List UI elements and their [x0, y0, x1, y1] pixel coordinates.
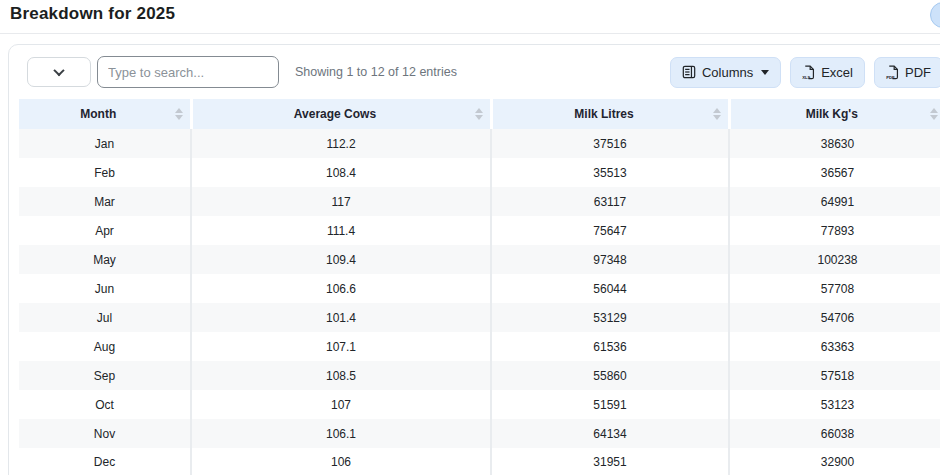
pdf-button-label: PDF — [905, 65, 931, 80]
cell-month: Dec — [19, 448, 191, 475]
cell-milk-litres: 61536 — [491, 332, 729, 361]
table-row: Mar1176311764991 — [19, 187, 940, 216]
table-row: Apr111.47564777893 — [19, 216, 940, 245]
table-row: Aug107.16153663363 — [19, 332, 940, 361]
caret-down-icon — [761, 70, 769, 75]
table-row: Sep108.55586057518 — [19, 361, 940, 390]
pdf-button[interactable]: PDF PDF — [874, 57, 940, 88]
cell-milk-litres: 35513 — [491, 158, 729, 187]
cell-milk-kgs: 100238 — [729, 245, 940, 274]
cell-avg-cows: 106 — [191, 448, 491, 475]
excel-file-icon: XLS — [802, 65, 815, 80]
column-header-label: Milk Kg's — [806, 107, 858, 121]
cell-month: Feb — [19, 158, 191, 187]
cell-avg-cows: 108.4 — [191, 158, 491, 187]
pdf-file-icon: PDF — [886, 65, 899, 80]
cell-milk-kgs: 38630 — [729, 129, 940, 158]
sort-icon — [713, 108, 721, 120]
cell-avg-cows: 107 — [191, 390, 491, 419]
column-header-milk-litres[interactable]: Milk Litres — [491, 99, 729, 129]
table-toolbar: Showing 1 to 12 of 12 entries Columns — [19, 56, 940, 88]
cell-milk-kgs: 57708 — [729, 274, 940, 303]
column-header-average-cows[interactable]: Average Cows — [191, 99, 491, 129]
cell-milk-litres: 53129 — [491, 303, 729, 332]
svg-text:PDF: PDF — [886, 74, 895, 79]
columns-icon — [682, 65, 696, 79]
cell-milk-litres: 75647 — [491, 216, 729, 245]
entries-info: Showing 1 to 12 of 12 entries — [295, 65, 457, 79]
data-table: Month Average Cows Milk Litres Milk Kg's… — [19, 99, 940, 475]
table-row: Dec1063195132900 — [19, 448, 940, 475]
cell-milk-kgs: 63363 — [729, 332, 940, 361]
cell-milk-kgs: 77893 — [729, 216, 940, 245]
cell-month: Mar — [19, 187, 191, 216]
table-row: Jul101.45312954706 — [19, 303, 940, 332]
page-title: Breakdown for 2025 — [10, 4, 930, 24]
column-header-label: Average Cows — [294, 107, 376, 121]
cell-month: Aug — [19, 332, 191, 361]
cell-milk-litres: 37516 — [491, 129, 729, 158]
excel-button-label: Excel — [821, 65, 853, 80]
cell-avg-cows: 106.1 — [191, 419, 491, 448]
sort-icon — [175, 108, 183, 120]
cell-month: Jul — [19, 303, 191, 332]
cell-milk-kgs: 32900 — [729, 448, 940, 475]
cell-avg-cows: 111.4 — [191, 216, 491, 245]
cell-milk-kgs: 57518 — [729, 361, 940, 390]
cell-month: May — [19, 245, 191, 274]
cell-avg-cows: 109.4 — [191, 245, 491, 274]
cell-milk-litres: 63117 — [491, 187, 729, 216]
svg-text:XLS: XLS — [802, 74, 810, 79]
cell-milk-litres: 51591 — [491, 390, 729, 419]
cell-avg-cows: 117 — [191, 187, 491, 216]
table-body: Jan112.23751638630Feb108.43551336567Mar1… — [19, 129, 940, 475]
columns-button-label: Columns — [702, 65, 753, 80]
page-length-select[interactable] — [27, 57, 91, 87]
cell-milk-kgs: 66038 — [729, 419, 940, 448]
column-header-label: Month — [80, 107, 116, 121]
cell-milk-kgs: 54706 — [729, 303, 940, 332]
table-row: Feb108.43551336567 — [19, 158, 940, 187]
search-input[interactable] — [97, 56, 279, 88]
cell-milk-litres: 56044 — [491, 274, 729, 303]
cell-month: Sep — [19, 361, 191, 390]
cell-month: Jun — [19, 274, 191, 303]
cell-milk-litres: 97348 — [491, 245, 729, 274]
cell-avg-cows: 106.6 — [191, 274, 491, 303]
cell-month: Jan — [19, 129, 191, 158]
sort-icon — [930, 108, 938, 120]
cell-milk-kgs: 53123 — [729, 390, 940, 419]
table-row: Oct1075159153123 — [19, 390, 940, 419]
cell-avg-cows: 101.4 — [191, 303, 491, 332]
table-row: Jun106.65604457708 — [19, 274, 940, 303]
table-header-row: Month Average Cows Milk Litres Milk Kg's — [19, 99, 940, 129]
cell-milk-kgs: 36567 — [729, 158, 940, 187]
cell-milk-litres: 64134 — [491, 419, 729, 448]
column-header-label: Milk Litres — [574, 107, 633, 121]
table-card: Showing 1 to 12 of 12 entries Columns — [8, 44, 940, 475]
cell-month: Apr — [19, 216, 191, 245]
table-row: Jan112.23751638630 — [19, 129, 940, 158]
column-header-milk-kgs[interactable]: Milk Kg's — [729, 99, 940, 129]
cell-month: Nov — [19, 419, 191, 448]
cell-month: Oct — [19, 390, 191, 419]
sort-icon — [475, 108, 483, 120]
cell-milk-kgs: 64991 — [729, 187, 940, 216]
excel-button[interactable]: XLS Excel — [790, 57, 865, 88]
chevron-down-icon — [53, 65, 64, 76]
cell-avg-cows: 112.2 — [191, 129, 491, 158]
cell-avg-cows: 107.1 — [191, 332, 491, 361]
table-row: Nov106.16413466038 — [19, 419, 940, 448]
cell-milk-litres: 55860 — [491, 361, 729, 390]
column-header-month[interactable]: Month — [19, 99, 191, 129]
cell-avg-cows: 108.5 — [191, 361, 491, 390]
cell-milk-litres: 31951 — [491, 448, 729, 475]
page-header: Breakdown for 2025 — [0, 0, 940, 34]
columns-button[interactable]: Columns — [670, 57, 781, 88]
table-row: May109.497348100238 — [19, 245, 940, 274]
